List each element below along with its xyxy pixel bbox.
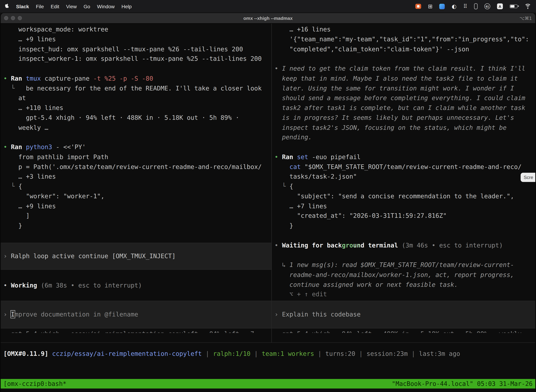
terminal-line: inspect task2's JSON, focusing on the st…	[272, 123, 535, 133]
terminal-line: … +16 lines	[272, 25, 535, 34]
terminal-line: › Explain this codebase	[272, 310, 535, 319]
terminal-blank-line	[272, 250, 535, 260]
status-segment: [OMX#0.11.9]	[3, 350, 52, 357]
terminal-line: continue assigned work or next feasible …	[272, 280, 535, 289]
terminal-line: … +110 lines	[1, 103, 272, 113]
terminal-line: "subject": "send a concise recommendatio…	[272, 191, 535, 201]
screen: Slack FileEditViewGoWindowHelp ⊞◐⠿61A om…	[0, 0, 536, 392]
right-pane[interactable]: … +16 lines '{"team_name":"my-team","tas…	[272, 23, 535, 333]
terminal-block: gpt-5.4 xhigh · 94% left · 488K in · 5.1…	[272, 329, 535, 333]
menu-bar: Slack FileEditViewGoWindowHelp ⊞◐⠿61A	[0, 0, 536, 13]
status-segment: |	[202, 350, 213, 357]
tmux-session-label: [omx-cczip0:bash*	[3, 379, 66, 389]
recording-indicator[interactable]	[415, 4, 421, 9]
terminal-content: workspace_mode: worktree … +9 lines insp…	[1, 23, 535, 392]
menu-go[interactable]: Go	[84, 4, 90, 9]
menu-bar-menus: FileEditViewGoWindowHelp	[36, 4, 132, 9]
terminal-line: › Ralph loop active continue [OMX_TMUX_I…	[1, 251, 272, 261]
status-segment: turns:20	[325, 350, 355, 357]
minimize-button[interactable]	[11, 16, 15, 20]
input-source-icon[interactable]: A	[497, 3, 503, 9]
footer-divider	[1, 342, 535, 343]
terminal-line: later. Using the same for transition mig…	[272, 84, 535, 93]
menu-edit[interactable]: Edit	[51, 4, 59, 9]
terminal-block: • I need to get the claim token from the…	[272, 64, 535, 142]
terminal-line: task2 after task1 is complete, but can I…	[272, 103, 535, 113]
menu-window[interactable]: Window	[97, 4, 115, 9]
terminal-line: … +9 lines	[1, 201, 272, 211]
traffic-lights	[4, 16, 22, 20]
blue-app-icon[interactable]	[440, 4, 445, 9]
terminal-line: ⌥ + ↑ edit	[272, 289, 535, 299]
terminal-block: workspace_mode: worktree … +9 lines insp…	[1, 25, 272, 64]
prompt-input-left[interactable]: › Improve documentation in @filename	[1, 301, 272, 328]
terminal-line: • Working (6m 38s • esc to interrupt)	[1, 280, 272, 290]
terminal-blank-line	[272, 231, 535, 241]
menu-file[interactable]: File	[36, 4, 44, 9]
terminal-line: workspace_mode: worktree	[1, 25, 272, 34]
left-pane[interactable]: workspace_mode: worktree … +9 lines insp…	[1, 23, 272, 333]
terminal-line: ]	[1, 211, 272, 221]
menu-view[interactable]: View	[66, 4, 77, 9]
tmux-status-bar: [omx-cczip0:bash* "MacBook-Pro-44.local"…	[1, 379, 535, 388]
terminal-line: pending.	[272, 133, 535, 142]
terminal-blank-line	[272, 142, 535, 152]
terminal-line: gpt-5.4 xhigh · 94% left · 488K in · 5.1…	[272, 329, 535, 333]
terminal-blank-line	[1, 133, 272, 142]
terminal-line: at	[1, 93, 272, 103]
half-circle-icon[interactable]: ◐	[452, 4, 456, 9]
terminal-line: '{"team_name":"my-team","task_id":"1","f…	[272, 34, 535, 44]
terminal-line: inspect_worker-1: omx sparkshell --tmux-…	[1, 54, 272, 64]
terminal-block: • Waiting for background terminal (3m 46…	[272, 240, 535, 250]
terminal-block: • Ran set -euo pipefail cat "$OMX_TEAM_S…	[272, 152, 535, 231]
battery-icon[interactable]	[510, 5, 517, 8]
zoom-button[interactable]	[18, 16, 22, 20]
app-menu-slack[interactable]: Slack	[16, 4, 29, 9]
terminal-line: • Ran python3 - <<'PY'	[1, 142, 272, 152]
terminal-line: … +3 lines	[1, 172, 272, 182]
terminal-block: … +16 lines '{"team_name":"my-team","tas…	[272, 25, 535, 54]
terminal-line: … +7 lines	[272, 201, 535, 211]
terminal-line: • I need to get the claim token from the…	[272, 64, 535, 74]
apple-menu[interactable]	[5, 3, 9, 10]
terminal-line: • Ran tmux capture-pane -t %25 -p -S -80	[1, 74, 272, 84]
status-segment: |	[250, 350, 262, 357]
window-title-bar[interactable]: omx --xhigh --madmax ⌥⌘1	[1, 13, 535, 23]
injected-prompt-box[interactable]: › Ralph loop active continue [OMX_TMUX_I…	[1, 243, 272, 270]
status-segment: session:23m	[366, 350, 408, 357]
terminal-line: readme-and-reco/mailbox/worker-1.json, a…	[272, 270, 535, 280]
terminal-line: cat "$OMX_TEAM_STATE_ROOT/team/review-cu…	[272, 162, 535, 172]
terminal-block: • Working (6m 38s • esc to interrupt)	[1, 280, 272, 290]
terminal-line: "completed","claim_token":"claim-token"}…	[272, 44, 535, 54]
terminal-line: should send a message before completing …	[272, 93, 535, 103]
status-segment: |	[355, 350, 366, 357]
terminal-line: is in progress? It seems likely but perh…	[272, 113, 535, 123]
terminal-block: • Ran python3 - <<'PY' from pathlib impo…	[1, 142, 272, 231]
status-segment: ralph:1/10	[213, 350, 250, 357]
terminal-block: gpt-5.4 xhigh · essay/ai-reimplementatio…	[1, 329, 272, 333]
phone-icon[interactable]	[474, 3, 478, 9]
wifi-icon[interactable]	[524, 4, 531, 9]
close-button[interactable]	[4, 16, 8, 20]
terminal-block: • Ran tmux capture-pane -t %25 -p -S -80…	[1, 74, 272, 132]
terminal-blank-line	[1, 64, 272, 74]
status-segment: |	[314, 350, 325, 357]
terminal-line: • Ran set -euo pipefail	[272, 152, 535, 162]
dots-grid-icon[interactable]: ⠿	[463, 4, 467, 9]
terminal-line: ↳ 1 new msg(s): read $OMX_TEAM_STATE_ROO…	[272, 260, 535, 270]
menu-help[interactable]: Help	[121, 4, 132, 9]
terminal-line: }	[272, 221, 535, 231]
screen-notification-chip[interactable]: Scre	[521, 173, 536, 182]
window-grid-icon[interactable]: ⊞	[428, 4, 433, 9]
window-title: omx --xhigh --madmax	[1, 15, 535, 21]
status-segment: last:3m ago	[419, 350, 460, 357]
terminal-line: tasks/task-2.json"	[272, 172, 535, 182]
terminal-block: ↳ 1 new msg(s): read $OMX_TEAM_STATE_ROO…	[272, 260, 535, 299]
omx-status-line: [OMX#0.11.9] cczip/essay/ai-reimplementa…	[1, 349, 535, 359]
terminal-line: gpt-5.4 xhigh · essay/ai-reimplementatio…	[1, 329, 272, 333]
terminal-line: p = Path('.omx/state/team/review-current…	[1, 162, 272, 172]
terminal-line: … +9 lines	[1, 34, 272, 44]
status-segment: cczip/essay/ai-reimplementation-copyleft	[52, 350, 202, 357]
badge-61-icon[interactable]: 61	[484, 3, 490, 9]
prompt-input-right[interactable]: › Explain this codebase	[272, 301, 535, 328]
